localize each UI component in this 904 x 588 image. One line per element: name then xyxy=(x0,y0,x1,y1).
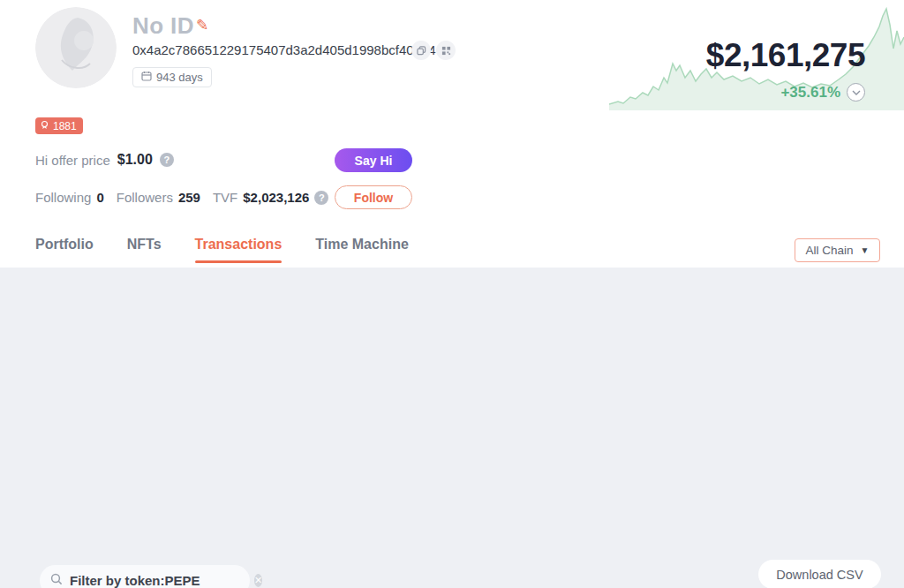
say-hi-button[interactable]: Say Hi xyxy=(335,148,412,172)
medal-icon xyxy=(40,120,49,132)
score-value: 1881 xyxy=(53,120,77,132)
tab-portfolio[interactable]: Portfolio xyxy=(35,237,94,263)
all-chain-dropdown[interactable]: All Chain ▼ xyxy=(795,238,880,262)
qr-code-icon[interactable] xyxy=(436,41,456,60)
tvf-help-icon[interactable]: ? xyxy=(314,191,328,205)
profile-name: No ID xyxy=(132,12,194,40)
all-chain-label: All Chain xyxy=(806,244,854,257)
edit-name-icon[interactable]: ✎ xyxy=(196,16,208,34)
token-filter-input[interactable] xyxy=(70,573,247,588)
followers-label: Followers xyxy=(117,190,173,205)
wallet-age-badge: 943 days xyxy=(132,67,212,87)
clear-filter-icon[interactable]: ✕ xyxy=(254,574,262,587)
token-filter[interactable]: ✕ xyxy=(40,565,250,588)
chevron-down-icon[interactable] xyxy=(847,83,865,102)
following-label: Following xyxy=(35,190,91,205)
profile-header: No ID ✎ 0x4a2c786651229175407d3a2d405d19… xyxy=(0,0,904,268)
tab-time-machine[interactable]: Time Machine xyxy=(315,237,409,263)
tab-transactions[interactable]: Transactions xyxy=(195,237,282,263)
followers-count: 259 xyxy=(178,190,200,205)
hi-offer-price: $1.00 xyxy=(117,152,153,168)
tab-bar: Portfolio NFTs Transactions Time Machine xyxy=(35,237,409,263)
avatar xyxy=(35,7,117,88)
wallet-age-label: 943 days xyxy=(156,71,203,84)
search-icon xyxy=(50,573,63,588)
wallet-address: 0x4a2c786651229175407d3a2d405d1998bcf406… xyxy=(132,42,436,57)
tvf-value: $2,023,126 xyxy=(243,190,309,205)
copy-address-icon[interactable] xyxy=(411,41,431,60)
download-csv-button[interactable]: Download CSV xyxy=(758,560,881,588)
hi-offer-help-icon[interactable]: ? xyxy=(160,153,174,167)
following-count: 0 xyxy=(96,190,103,205)
total-balance: $2,161,275 xyxy=(706,37,865,74)
hi-offer-label: Hi offer price xyxy=(35,153,110,168)
calendar-icon xyxy=(141,71,152,84)
caret-down-icon: ▼ xyxy=(861,245,870,255)
tab-nfts[interactable]: NFTs xyxy=(127,237,162,263)
balance-change-percent: +35.61% xyxy=(780,84,840,102)
tvf-label: TVF xyxy=(213,190,237,205)
score-badge: 1881 xyxy=(35,117,83,134)
transactions-section: ✕ Download CSV 48mins 41secs ago 0xac9d.… xyxy=(0,268,904,588)
follow-button[interactable]: Follow xyxy=(335,185,412,209)
